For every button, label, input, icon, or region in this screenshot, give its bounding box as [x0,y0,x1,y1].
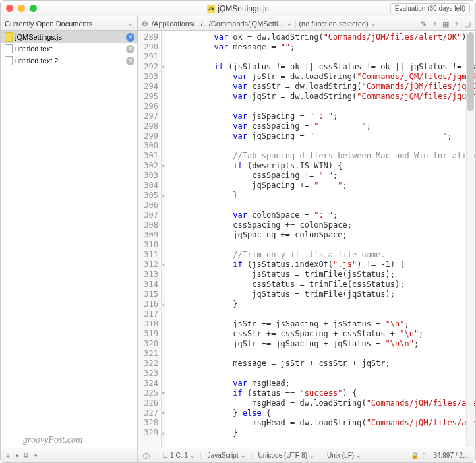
chevron-updown-icon: ⌄ [371,20,376,27]
window-title-text: jQMSettings.js [218,4,268,13]
function-selector[interactable]: (no function selected) [299,20,368,28]
document-name: untitled text [15,45,52,53]
line-number-gutter: 2892902912922932942952962972982993003013… [138,31,162,448]
info-icon[interactable]: ⓘ [143,452,150,459]
close-icon[interactable]: ✕ [126,57,134,65]
document-item[interactable]: untitled text 2✕ [1,55,137,67]
window-controls [6,5,37,12]
cursor-position[interactable]: L: 1 C: 1⌄ [163,452,201,459]
stack-icon[interactable]: ▦ [442,20,450,27]
close-icon[interactable]: ✕ [126,33,134,42]
document-icon: ▯ [422,452,429,459]
zoom-window-button[interactable] [30,5,37,12]
main-content: jQMSettings.js✕untitled text✕untitled te… [1,31,475,448]
text-file-icon [5,44,13,53]
toolbar: Currently Open Documents ⌄ ⚙ /Applicatio… [1,16,475,31]
document-name: jQMSettings.js [15,33,62,41]
watermark: groovyPost.com [23,435,82,445]
lock-icon[interactable]: 🔒 [411,452,418,459]
document-item[interactable]: jQMSettings.js✕ [1,31,137,43]
titlebar: JS jQMSettings.js Evaluation (30 days le… [1,1,475,16]
document-name: untitled text 2 [15,57,58,65]
language-selector[interactable]: JavaScript⌄ [208,452,252,459]
gear-icon[interactable]: ⚙ [23,452,30,459]
file-size: 34,997 / 2,... [433,452,470,459]
evaluation-badge[interactable]: Evaluation (30 days left) [390,3,470,13]
breadcrumb-path[interactable]: /Applications/.../.../Commands/jQMSetti.… [152,20,284,28]
js-file-icon [5,32,13,42]
pencil-icon[interactable]: ✎ [421,20,428,27]
chevron-updown-icon: ⌄ [287,20,292,27]
scrollbar-thumb[interactable] [467,32,474,111]
window-title: JS jQMSettings.js [207,4,268,13]
minimize-window-button[interactable] [18,5,25,12]
sidebar-header-label: Currently Open Documents [5,20,92,28]
document-icon[interactable]: ▢ [464,20,471,27]
code-editor[interactable]: 2892902912922932942952962972982993003013… [138,31,475,448]
plus-icon[interactable]: ＋ [5,452,12,459]
statusbar: ＋▾ ⚙▾ ⓘ L: 1 C: 1⌄ JavaScript⌄ Unicode (… [1,448,475,462]
close-icon[interactable]: ✕ [126,45,134,53]
close-window-button[interactable] [6,5,13,12]
chevron-down-icon: ⌄ [128,20,133,27]
sidebar: jQMSettings.js✕untitled text✕untitled te… [1,31,138,448]
encoding-selector[interactable]: Unicode (UTF-8)⌄ [258,452,320,459]
vertical-scrollbar[interactable] [466,32,474,447]
document-item[interactable]: untitled text✕ [1,43,137,55]
gear-icon[interactable]: ⚙ [142,20,149,27]
text-file-icon [5,56,13,65]
sidebar-header[interactable]: Currently Open Documents ⌄ [1,16,138,30]
line-ending-selector[interactable]: Unix (LF)⌄ [327,452,367,459]
code-area[interactable]: var ok = dw.loadString("Commands/jQM/fil… [165,31,475,448]
js-file-icon: JS [207,5,215,13]
